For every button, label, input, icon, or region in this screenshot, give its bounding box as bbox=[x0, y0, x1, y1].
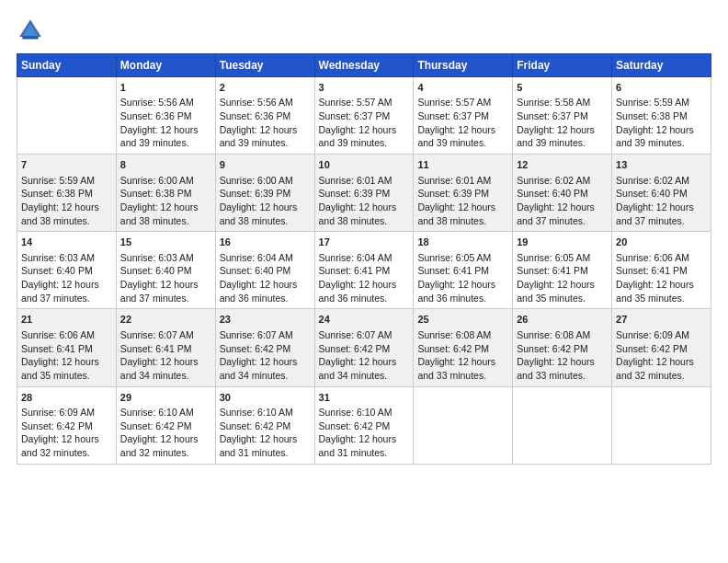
calendar-cell: 9Sunrise: 6:00 AMSunset: 6:39 PMDaylight… bbox=[215, 155, 314, 232]
day-number: 31 bbox=[319, 391, 410, 405]
svg-rect-2 bbox=[22, 36, 38, 39]
sunrise-text: Sunrise: 6:05 AM bbox=[517, 251, 608, 265]
day-header-thursday: Thursday bbox=[414, 54, 513, 77]
day-number: 26 bbox=[517, 313, 608, 327]
sunset-text: Sunset: 6:40 PM bbox=[120, 264, 211, 278]
calendar-cell: 24Sunrise: 6:07 AMSunset: 6:42 PMDayligh… bbox=[314, 309, 414, 386]
sunset-text: Sunset: 6:38 PM bbox=[21, 187, 112, 201]
day-header-tuesday: Tuesday bbox=[215, 54, 314, 77]
sunset-text: Sunset: 6:41 PM bbox=[616, 264, 707, 278]
sunrise-text: Sunrise: 5:58 AM bbox=[517, 96, 608, 109]
day-number: 19 bbox=[517, 236, 608, 249]
sunset-text: Sunset: 6:41 PM bbox=[120, 342, 211, 356]
sunset-text: Sunset: 6:42 PM bbox=[220, 419, 311, 433]
sunrise-text: Sunrise: 6:10 AM bbox=[319, 406, 410, 419]
calendar-cell: 10Sunrise: 6:01 AMSunset: 6:39 PMDayligh… bbox=[314, 155, 414, 232]
day-number: 7 bbox=[21, 158, 112, 172]
calendar-cell: 30Sunrise: 6:10 AMSunset: 6:42 PMDayligh… bbox=[215, 386, 314, 464]
sunset-text: Sunset: 6:36 PM bbox=[120, 109, 211, 123]
sunrise-text: Sunrise: 6:03 AM bbox=[21, 251, 112, 265]
daylight-text: Daylight: 12 hours and 36 minutes. bbox=[220, 278, 311, 304]
day-number: 27 bbox=[616, 313, 707, 327]
day-number: 2 bbox=[220, 81, 311, 95]
day-number: 17 bbox=[319, 236, 410, 249]
sunrise-text: Sunrise: 5:59 AM bbox=[21, 174, 112, 188]
calendar-cell: 17Sunrise: 6:04 AMSunset: 6:41 PMDayligh… bbox=[314, 232, 414, 309]
daylight-text: Daylight: 12 hours and 32 minutes. bbox=[21, 432, 112, 459]
calendar-cell: 26Sunrise: 6:08 AMSunset: 6:42 PMDayligh… bbox=[513, 309, 612, 386]
day-number: 15 bbox=[120, 236, 211, 249]
sunset-text: Sunset: 6:42 PM bbox=[21, 419, 112, 433]
day-number: 30 bbox=[220, 391, 311, 405]
header bbox=[17, 17, 711, 44]
daylight-text: Daylight: 12 hours and 34 minutes. bbox=[220, 355, 311, 382]
sunrise-text: Sunrise: 6:01 AM bbox=[417, 174, 508, 188]
sunrise-text: Sunrise: 6:05 AM bbox=[417, 251, 508, 265]
sunset-text: Sunset: 6:40 PM bbox=[517, 187, 608, 201]
daylight-text: Daylight: 12 hours and 33 minutes. bbox=[517, 355, 608, 382]
day-header-monday: Monday bbox=[116, 54, 215, 77]
sunrise-text: Sunrise: 5:56 AM bbox=[120, 96, 211, 109]
calendar-cell: 31Sunrise: 6:10 AMSunset: 6:42 PMDayligh… bbox=[314, 386, 414, 464]
sunset-text: Sunset: 6:42 PM bbox=[517, 342, 608, 356]
daylight-text: Daylight: 12 hours and 39 minutes. bbox=[120, 123, 211, 150]
daylight-text: Daylight: 12 hours and 37 minutes. bbox=[517, 201, 608, 227]
sunset-text: Sunset: 6:39 PM bbox=[220, 187, 311, 201]
sunrise-text: Sunrise: 6:06 AM bbox=[616, 251, 707, 265]
calendar-cell: 27Sunrise: 6:09 AMSunset: 6:42 PMDayligh… bbox=[612, 309, 711, 386]
daylight-text: Daylight: 12 hours and 34 minutes. bbox=[319, 355, 410, 382]
day-number: 13 bbox=[616, 158, 707, 172]
calendar-cell: 28Sunrise: 6:09 AMSunset: 6:42 PMDayligh… bbox=[17, 386, 117, 464]
daylight-text: Daylight: 12 hours and 38 minutes. bbox=[220, 201, 311, 227]
sunset-text: Sunset: 6:42 PM bbox=[120, 419, 211, 433]
calendar-week-row: 14Sunrise: 6:03 AMSunset: 6:40 PMDayligh… bbox=[17, 232, 711, 309]
sunset-text: Sunset: 6:37 PM bbox=[319, 109, 410, 123]
day-number: 28 bbox=[21, 391, 112, 405]
day-number: 29 bbox=[120, 391, 211, 405]
page: SundayMondayTuesdayWednesdayThursdayFrid… bbox=[0, 0, 728, 563]
calendar-cell: 11Sunrise: 6:01 AMSunset: 6:39 PMDayligh… bbox=[414, 155, 513, 232]
sunrise-text: Sunrise: 5:57 AM bbox=[319, 96, 410, 109]
sunrise-text: Sunrise: 6:09 AM bbox=[616, 328, 707, 342]
calendar-week-row: 7Sunrise: 5:59 AMSunset: 6:38 PMDaylight… bbox=[17, 155, 711, 232]
sunset-text: Sunset: 6:41 PM bbox=[319, 264, 410, 278]
day-number: 4 bbox=[417, 81, 508, 95]
calendar-cell: 21Sunrise: 6:06 AMSunset: 6:41 PMDayligh… bbox=[17, 309, 117, 386]
day-number: 12 bbox=[517, 158, 608, 172]
sunrise-text: Sunrise: 6:09 AM bbox=[21, 406, 112, 419]
sunset-text: Sunset: 6:42 PM bbox=[616, 342, 707, 356]
sunset-text: Sunset: 6:37 PM bbox=[417, 109, 508, 123]
daylight-text: Daylight: 12 hours and 31 minutes. bbox=[319, 432, 410, 459]
day-number: 16 bbox=[220, 236, 311, 249]
day-header-wednesday: Wednesday bbox=[314, 54, 414, 77]
calendar-cell: 16Sunrise: 6:04 AMSunset: 6:40 PMDayligh… bbox=[215, 232, 314, 309]
sunset-text: Sunset: 6:41 PM bbox=[517, 264, 608, 278]
sunset-text: Sunset: 6:41 PM bbox=[21, 342, 112, 356]
day-number: 23 bbox=[220, 313, 311, 327]
sunset-text: Sunset: 6:38 PM bbox=[120, 187, 211, 201]
logo bbox=[17, 17, 48, 44]
sunrise-text: Sunrise: 6:06 AM bbox=[21, 328, 112, 342]
daylight-text: Daylight: 12 hours and 31 minutes. bbox=[220, 432, 311, 459]
sunrise-text: Sunrise: 6:01 AM bbox=[319, 174, 410, 188]
sunset-text: Sunset: 6:42 PM bbox=[319, 419, 410, 433]
day-number: 24 bbox=[319, 313, 410, 327]
sunset-text: Sunset: 6:39 PM bbox=[417, 187, 508, 201]
calendar-cell bbox=[513, 386, 612, 464]
daylight-text: Daylight: 12 hours and 35 minutes. bbox=[616, 278, 707, 304]
sunrise-text: Sunrise: 6:07 AM bbox=[220, 328, 311, 342]
daylight-text: Daylight: 12 hours and 38 minutes. bbox=[21, 201, 112, 227]
sunrise-text: Sunrise: 6:08 AM bbox=[517, 328, 608, 342]
sunset-text: Sunset: 6:42 PM bbox=[417, 342, 508, 356]
sunset-text: Sunset: 6:40 PM bbox=[616, 187, 707, 201]
calendar-cell: 29Sunrise: 6:10 AMSunset: 6:42 PMDayligh… bbox=[116, 386, 215, 464]
sunrise-text: Sunrise: 6:00 AM bbox=[120, 174, 211, 188]
sunrise-text: Sunrise: 5:57 AM bbox=[417, 96, 508, 109]
daylight-text: Daylight: 12 hours and 35 minutes. bbox=[21, 355, 112, 382]
daylight-text: Daylight: 12 hours and 38 minutes. bbox=[319, 201, 410, 227]
day-number: 6 bbox=[616, 81, 707, 95]
calendar-cell: 7Sunrise: 5:59 AMSunset: 6:38 PMDaylight… bbox=[17, 155, 117, 232]
calendar-cell: 6Sunrise: 5:59 AMSunset: 6:38 PMDaylight… bbox=[612, 77, 711, 155]
day-header-sunday: Sunday bbox=[17, 54, 117, 77]
sunset-text: Sunset: 6:38 PM bbox=[616, 109, 707, 123]
